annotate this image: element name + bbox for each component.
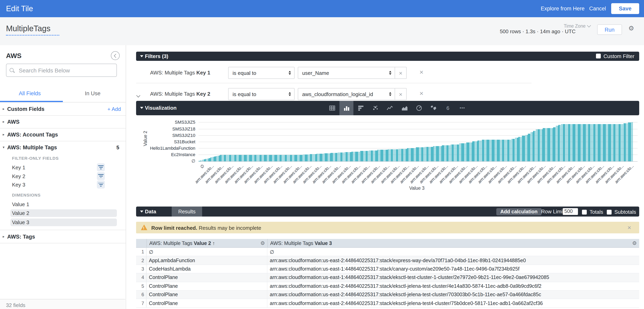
chart-bar[interactable] (244, 155, 244, 161)
chart-bar[interactable] (496, 140, 496, 161)
cell-value3[interactable]: ∅ (267, 249, 639, 255)
chart-bar[interactable] (446, 145, 447, 161)
chart-bar[interactable] (629, 123, 630, 161)
chart-bar[interactable] (363, 151, 364, 162)
chart-bar[interactable] (301, 155, 302, 161)
sidebar-group-tags[interactable]: ▸ AWS: Tags (0, 230, 126, 243)
chart-bar[interactable] (573, 124, 574, 161)
chart-bar[interactable] (328, 153, 328, 161)
chart-bar[interactable] (352, 152, 353, 161)
cell-value2[interactable]: ControlPlane (146, 290, 267, 299)
chart-bar[interactable] (540, 129, 541, 161)
chart-bar[interactable] (438, 146, 438, 161)
save-button[interactable]: Save (611, 3, 639, 14)
cell-value2[interactable]: ControlPlane (146, 299, 267, 308)
chart-bar[interactable] (338, 152, 338, 161)
chart-bar[interactable] (567, 124, 568, 161)
chart-bar[interactable] (621, 124, 622, 161)
viz-type-line-icon[interactable] (383, 101, 397, 115)
chart-bar[interactable] (272, 155, 272, 161)
chart-bar[interactable] (395, 149, 396, 161)
chart-bar[interactable] (584, 124, 585, 161)
chart-bar[interactable] (453, 144, 454, 161)
chart-bar[interactable] (373, 150, 374, 161)
chart-bar[interactable] (512, 139, 512, 161)
chart-bar[interactable] (626, 123, 627, 161)
chart-bar[interactable] (292, 155, 293, 161)
chart-bar[interactable] (269, 155, 270, 161)
chart-bar[interactable] (590, 124, 591, 161)
chart-bar[interactable] (346, 152, 346, 161)
chart-bar[interactable] (569, 124, 569, 161)
chart-bar[interactable] (552, 128, 552, 161)
viz-type-area-icon[interactable] (398, 101, 412, 115)
chart-bar[interactable] (590, 124, 590, 161)
chart-bar[interactable] (309, 154, 310, 161)
chart-bar[interactable] (316, 154, 316, 161)
chart-bar[interactable] (224, 155, 225, 161)
chart-bar[interactable] (378, 150, 378, 161)
chart-bar[interactable] (385, 150, 385, 161)
chart-bar[interactable] (204, 159, 204, 161)
chart-bar[interactable] (550, 128, 550, 161)
chart-bar[interactable] (332, 153, 333, 161)
chart-bar[interactable] (402, 149, 402, 161)
chart-bar[interactable] (578, 124, 578, 161)
chart-bar[interactable] (442, 145, 442, 161)
chart-bar[interactable] (207, 158, 208, 161)
chart-bar[interactable] (556, 126, 556, 161)
chart-bar[interactable] (498, 140, 498, 161)
chart-bar[interactable] (307, 154, 308, 161)
chart-bar[interactable] (561, 124, 562, 161)
chart-bar[interactable] (431, 147, 431, 161)
chart-bar[interactable] (464, 144, 464, 162)
chart-bar[interactable] (415, 148, 416, 161)
chart-bar[interactable] (387, 150, 388, 161)
chart-bar[interactable] (256, 155, 256, 161)
chart-bar[interactable] (243, 155, 244, 161)
chart-bar[interactable] (212, 158, 212, 161)
chart-bar[interactable] (434, 146, 435, 161)
chart-bar[interactable] (380, 150, 380, 161)
chart-bar[interactable] (483, 140, 483, 161)
chart-bar[interactable] (201, 160, 202, 161)
chart-bar[interactable] (548, 128, 548, 161)
sidebar-group-multiple-tags[interactable]: ▾ AWS: Multiple Tags 5 (0, 141, 126, 154)
chart-bar[interactable] (449, 145, 450, 161)
chart-bar[interactable] (389, 149, 390, 161)
chart-bar[interactable] (302, 155, 302, 161)
chart-bar[interactable] (400, 149, 401, 161)
chart-bar[interactable] (607, 124, 608, 161)
chart-bar[interactable] (550, 128, 551, 161)
chart-bar[interactable] (221, 155, 222, 161)
chart-bar[interactable] (576, 124, 576, 161)
chart-bar[interactable] (368, 151, 369, 162)
chart-bar[interactable] (276, 155, 276, 161)
chart-bar[interactable] (262, 155, 262, 161)
viz-type-pie-icon[interactable] (412, 101, 426, 115)
chart-bar[interactable] (255, 155, 256, 161)
chart-bar[interactable] (318, 154, 318, 161)
chart-bar[interactable] (524, 136, 525, 161)
chart-bar[interactable] (536, 129, 536, 161)
search-input[interactable] (18, 67, 114, 74)
chart-bar[interactable] (546, 128, 547, 161)
chart-bar[interactable] (603, 124, 603, 161)
chart-bar[interactable] (504, 140, 504, 161)
chart-bar[interactable] (219, 155, 220, 161)
chart-bar[interactable] (513, 139, 514, 161)
chart-bar[interactable] (370, 150, 370, 161)
chart-bar[interactable] (308, 154, 308, 161)
chart-bar[interactable] (353, 152, 354, 161)
chart-bar[interactable] (587, 124, 588, 161)
filters-section-header[interactable]: Filters (3) Custom Filter (136, 52, 639, 61)
chart-bar[interactable] (412, 148, 413, 161)
chart-bar[interactable] (433, 146, 434, 161)
chart-bar[interactable] (519, 137, 520, 161)
subtotals-checkbox[interactable] (607, 210, 612, 214)
chart-bar[interactable] (411, 148, 411, 161)
chart-bar[interactable] (403, 149, 404, 161)
chart-bar[interactable] (293, 155, 294, 161)
chart-bar[interactable] (475, 142, 476, 161)
chart-bar[interactable] (632, 122, 633, 161)
